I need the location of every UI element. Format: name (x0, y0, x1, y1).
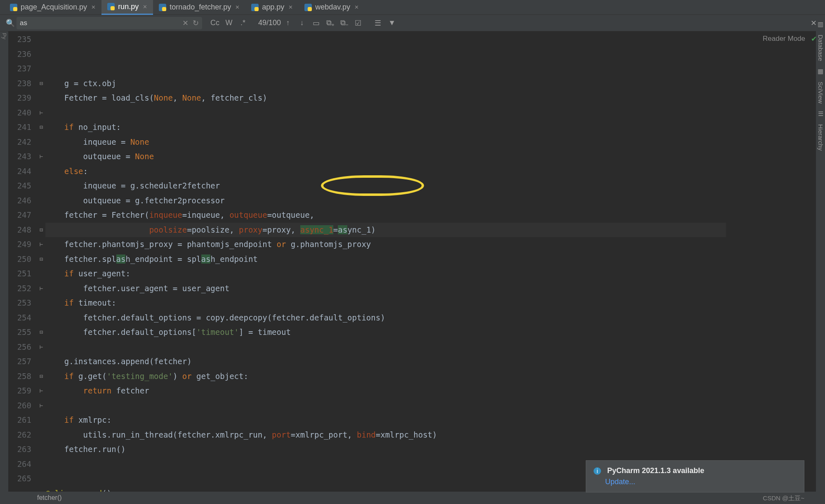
editor-tabs-bar: page_Acquisition.py ✕ run.py ✕ tornado_f… (0, 0, 825, 15)
tab-label: tornado_fetcher.py (170, 3, 231, 12)
tab-label: app.py (262, 3, 284, 12)
find-bar: 🔍 ✕ ↻ Cc W .* 49/100 ↑ ↓ ▭ ⧉₊ ⧉₋ ☑ ☰ ▼ ✕ (0, 15, 825, 31)
code-line[interactable]: fetcher.phantomjs_proxy = phantomjs_endp… (45, 237, 726, 252)
python-file-icon (107, 3, 115, 10)
editor-right-rail: Reader Mode ✔ (726, 31, 825, 492)
tab-webdav[interactable]: webdav.py ✕ (299, 0, 365, 15)
tab-label: page_Acquisition.py (21, 3, 87, 12)
database-tool-icon[interactable]: ▥ (818, 21, 823, 28)
find-counter: 49/100 (258, 19, 281, 27)
history-icon[interactable]: ↻ (193, 19, 199, 28)
code-line[interactable]: utils.run_in_thread(fetcher.xmlrpc_run, … (45, 428, 726, 443)
remove-selection-icon[interactable]: ⧉₋ (337, 19, 351, 27)
code-line[interactable]: fetcher.run() (45, 442, 726, 457)
sciview-tool-label[interactable]: SciView (817, 82, 824, 104)
breadcrumb-text: fetcher() (37, 494, 62, 502)
breadcrumb[interactable]: fetcher() (0, 492, 825, 504)
select-all-icon[interactable]: ▭ (309, 19, 323, 28)
svg-rect-5 (162, 7, 166, 11)
code-line[interactable]: if g.get('testing_mode') or get_object: (45, 369, 726, 384)
svg-rect-3 (111, 6, 115, 10)
tab-page-acquisition[interactable]: page_Acquisition.py ✕ (4, 0, 101, 15)
hierarchy-tool-label[interactable]: Hierarchy (817, 124, 824, 151)
clear-icon[interactable]: ✕ (182, 19, 189, 28)
code-editor[interactable]: 2352362372382392402412422432442452462472… (8, 31, 825, 492)
python-file-icon (304, 4, 312, 11)
database-tool-label[interactable]: Database (817, 35, 824, 61)
code-line[interactable]: outqueue = g.fetcher2processor (45, 193, 726, 208)
close-icon[interactable]: ✕ (354, 4, 359, 10)
left-tool-label[interactable]: Py (1, 33, 7, 39)
whole-word-toggle[interactable]: W (222, 19, 236, 27)
close-icon[interactable]: ✕ (288, 4, 293, 10)
watermark-text: CSDN @土豆~ (763, 495, 804, 502)
code-line[interactable]: if user_agent: (45, 266, 726, 281)
python-file-icon (10, 4, 17, 11)
next-match-button[interactable]: ↓ (295, 19, 309, 27)
code-line[interactable]: if xmlrpc: (45, 413, 726, 428)
tab-label: webdav.py (315, 3, 350, 12)
code-line[interactable]: fetcher.user_agent = user_agent (45, 281, 726, 296)
code-line[interactable]: if no_input: (45, 120, 726, 135)
python-file-icon (159, 4, 166, 11)
code-line[interactable]: return fetcher (45, 384, 726, 398)
hierarchy-tool-icon[interactable]: ☰ (818, 110, 823, 118)
fold-gutter[interactable]: ⊟⊢⊟⊢⊟⊢⊟⊢⊟⊢⊟⊢⊢ (37, 31, 45, 492)
code-line[interactable]: fetcher.default_options['timeout'] = tim… (45, 325, 726, 340)
code-line[interactable]: poolsize=poolsize, proxy=proxy, async_1=… (45, 223, 726, 238)
reader-mode-button[interactable]: Reader Mode (763, 35, 805, 43)
code-line[interactable]: fetcher = Fetcher(inqueue=inqueue, outqu… (45, 208, 726, 223)
code-line[interactable] (45, 106, 726, 120)
code-line[interactable] (45, 398, 726, 413)
match-case-toggle[interactable]: Cc (208, 19, 222, 27)
close-icon[interactable]: ✕ (235, 4, 240, 10)
tab-app[interactable]: app.py ✕ (245, 0, 299, 15)
info-icon: i (594, 467, 601, 475)
sciview-tool-icon[interactable]: ▦ (818, 68, 823, 75)
code-line[interactable]: fetcher.default_options = copy.deepcopy(… (45, 311, 726, 325)
svg-rect-7 (255, 7, 259, 11)
main-area: Py 2352362372382392402412422432442452462… (0, 31, 825, 492)
svg-rect-9 (308, 7, 312, 11)
close-icon[interactable]: ✕ (91, 4, 96, 10)
close-icon[interactable]: ✕ (143, 4, 147, 10)
code-line[interactable]: outqueue = None (45, 149, 726, 164)
line-number-gutter: 2352362372382392402412422432442452462472… (8, 31, 37, 492)
code-area[interactable]: g = ctx.obj Fetcher = load_cls(None, Non… (45, 31, 726, 492)
svg-rect-1 (13, 7, 17, 11)
code-line[interactable]: else: (45, 164, 726, 179)
code-line[interactable]: Fetcher = load_cls(None, None, fetcher_c… (45, 91, 726, 106)
code-line[interactable]: fetcher.splash_endpoint = splash_endpoin… (45, 252, 726, 267)
notification-title: PyCharm 2021.1.3 available (607, 466, 704, 475)
code-line[interactable]: g = ctx.obj (45, 76, 726, 91)
tab-tornado-fetcher[interactable]: tornado_fetcher.py ✕ (153, 0, 245, 15)
code-line[interactable]: if timeout: (45, 296, 726, 311)
add-selection-icon[interactable]: ⧉₊ (323, 19, 337, 27)
right-tool-strip: ▥ Database ▦ SciView ☰ Hierarchy (816, 16, 825, 504)
prev-match-button[interactable]: ↑ (281, 19, 295, 27)
filter-icon[interactable]: ☰ (371, 19, 385, 28)
left-gutter: Py (0, 31, 8, 492)
python-file-icon (251, 4, 259, 11)
code-line[interactable] (45, 340, 726, 355)
funnel-icon[interactable]: ▼ (385, 19, 399, 27)
code-line[interactable]: inqueue = None (45, 135, 726, 150)
find-input-wrapper[interactable]: ✕ ↻ (16, 17, 202, 29)
search-icon: 🔍 (4, 19, 16, 28)
find-input[interactable] (20, 19, 182, 27)
code-line[interactable]: inqueue = g.scheduler2fetcher (45, 179, 726, 193)
tab-run[interactable]: run.py ✕ (101, 0, 153, 15)
update-notification: i PyCharm 2021.1.3 available Update... (586, 460, 804, 492)
toggle-selection-icon[interactable]: ☑ (351, 19, 365, 28)
regex-toggle[interactable]: .* (236, 19, 250, 27)
code-line[interactable]: g.instances.append(fetcher) (45, 354, 726, 369)
update-link[interactable]: Update... (605, 478, 635, 486)
tab-label: run.py (118, 2, 139, 11)
